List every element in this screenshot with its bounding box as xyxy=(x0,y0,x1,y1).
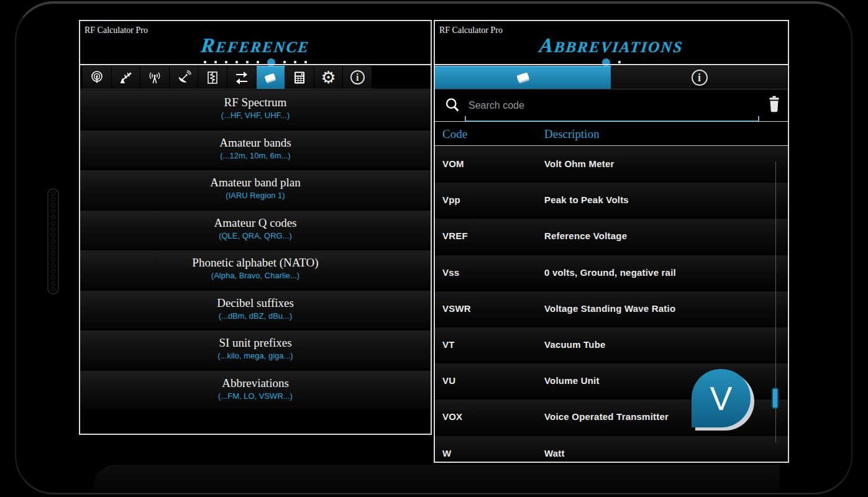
table-row[interactable]: VREF Reference Voltage xyxy=(435,219,788,255)
table-row[interactable]: W Watt xyxy=(435,436,788,462)
abbreviations-tab-bar: i xyxy=(435,66,788,89)
header-description: Description xyxy=(544,127,600,141)
tablet-screenshot: RF Calculator Pro Reference xyxy=(0,0,868,497)
abbreviations-panel: RF Calculator Pro Abbreviations xyxy=(434,20,789,463)
list-item-si-unit-prefixes[interactable]: SI unit prefixes (...kilo, mega, giga...… xyxy=(80,331,431,371)
book-icon xyxy=(514,70,532,86)
tab-satellite-dish[interactable] xyxy=(170,66,199,89)
table-row[interactable]: Vpp Peak to Peak Volts xyxy=(435,183,788,219)
tab-abbreviations-info[interactable]: i xyxy=(611,66,788,89)
table-row[interactable]: VOM Volt Ohm Meter xyxy=(435,147,788,183)
bezel-reflection xyxy=(93,465,780,492)
list-item-phonetic-alphabet[interactable]: Phonetic alphabet (NATO) (Alpha, Bravo, … xyxy=(80,250,431,291)
search-icon[interactable] xyxy=(444,96,461,114)
trash-icon[interactable] xyxy=(766,95,782,112)
tab-abbreviations-list[interactable] xyxy=(435,66,611,89)
table-row[interactable]: VSWR Voltage Standing Wave Ratio xyxy=(435,291,788,327)
fast-scroll-bubble[interactable]: V xyxy=(692,369,751,427)
list-item-amateur-bands[interactable]: Amateur bands (...12m, 10m, 6m...) xyxy=(80,130,431,171)
divider xyxy=(435,145,788,146)
calculator-icon xyxy=(292,70,307,85)
scrollbar-thumb[interactable] xyxy=(772,388,779,409)
table-row[interactable]: VT Vacuum Tube xyxy=(435,327,788,363)
list-item-amateur-band-plan[interactable]: Amateur band plan (IARU Region 1) xyxy=(80,170,431,211)
search-input[interactable] xyxy=(468,94,756,117)
satellite-dish-icon xyxy=(176,70,191,85)
divider xyxy=(435,121,788,122)
list-item-rf-spectrum[interactable]: RF Spectrum (...HF, VHF, UHF...) xyxy=(80,90,431,130)
tab-swap-arrows[interactable] xyxy=(227,66,257,89)
swap-arrows-icon xyxy=(234,70,250,85)
header-code: Code xyxy=(442,127,467,141)
tab-book-active[interactable] xyxy=(257,66,286,89)
page-title-abbreviations: Abbreviations xyxy=(435,34,788,57)
divider xyxy=(80,64,431,65)
page-title-reference: Reference xyxy=(80,34,431,57)
list-item-abbreviations[interactable]: Abbreviations (...FM, LO, VSWR...) xyxy=(80,371,431,411)
category-tab-bar: ⚙ i xyxy=(83,66,372,89)
radio-tower-icon xyxy=(147,70,162,85)
table-header: Code Description xyxy=(435,122,788,145)
table-row[interactable]: Vss 0 volts, Ground, negative rail xyxy=(435,255,788,291)
tab-omni-antenna[interactable] xyxy=(83,66,112,89)
directional-antenna-icon xyxy=(118,70,133,85)
divider xyxy=(435,64,788,65)
tab-directional-antenna[interactable] xyxy=(112,66,141,89)
fast-scroll-letter: V xyxy=(710,381,732,415)
reference-panel: RF Calculator Pro Reference xyxy=(79,20,432,435)
search-bar xyxy=(435,89,788,122)
book-icon xyxy=(262,71,278,86)
resistor-icon xyxy=(205,70,220,85)
divider xyxy=(80,89,431,89)
gear-icon: ⚙ xyxy=(321,69,336,86)
list-item-decibel-suffixes[interactable]: Decibel suffixes (...dBm, dBZ, dBu...) xyxy=(80,291,431,331)
tab-radio-tower[interactable] xyxy=(140,66,170,89)
reference-list: RF Spectrum (...HF, VHF, UHF...) Amateur… xyxy=(80,90,431,411)
tab-info[interactable]: i xyxy=(343,66,372,89)
list-item-amateur-q-codes[interactable]: Amateur Q codes (QLE, QRA, QRG...) xyxy=(80,211,431,251)
omni-antenna-icon xyxy=(89,70,104,85)
tab-settings[interactable]: ⚙ xyxy=(314,66,344,89)
tab-calculator[interactable] xyxy=(285,66,314,89)
speaker-grille xyxy=(47,188,59,294)
info-icon: i xyxy=(692,70,708,86)
tab-resistor[interactable] xyxy=(198,66,227,89)
info-icon: i xyxy=(350,70,365,84)
